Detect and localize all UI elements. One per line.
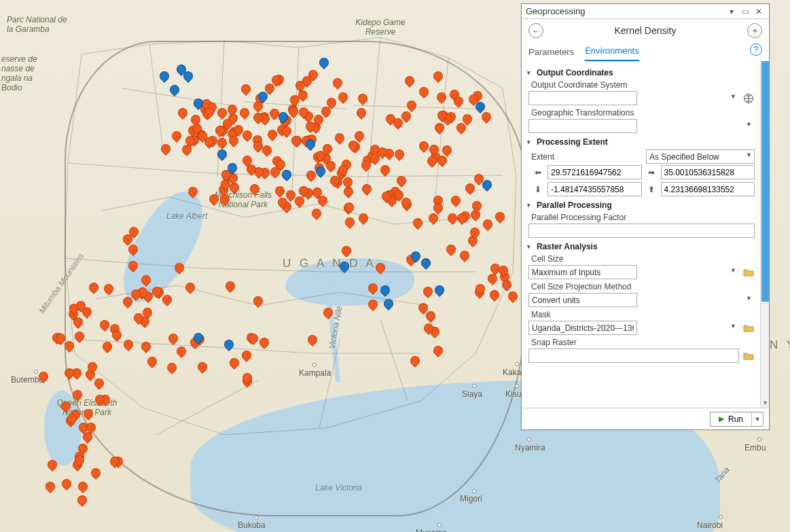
orange-pin[interactable] [340,245,353,258]
blue-pin[interactable] [222,338,236,351]
orange-pin[interactable] [431,344,445,357]
orange-pin[interactable] [71,389,84,402]
orange-pin[interactable] [166,332,180,345]
orange-pin[interactable] [310,207,323,220]
orange-pin[interactable] [248,182,262,196]
output-coordinate-system-select[interactable] [528,91,637,105]
orange-pin[interactable] [493,210,507,224]
orange-pin[interactable] [145,355,159,368]
section-output-coordinates[interactable]: ▾ Output Coordinates [527,68,755,77]
orange-pin[interactable] [357,211,370,225]
orange-pin[interactable] [218,192,232,206]
orange-pin[interactable] [196,360,209,374]
orange-pin[interactable] [216,136,230,149]
orange-pin[interactable] [257,336,271,349]
cell-size-select[interactable] [528,265,637,279]
orange-pin[interactable] [342,200,356,214]
orange-pin[interactable] [223,279,237,293]
blue-pin[interactable] [378,283,392,297]
orange-pin[interactable] [92,376,106,390]
orange-pin[interactable] [321,306,335,319]
orange-pin[interactable] [486,272,499,286]
orange-pin[interactable] [73,330,86,343]
orange-pin[interactable] [506,289,520,303]
blue-pin[interactable] [158,69,171,83]
orange-pin[interactable] [360,182,374,196]
blue-pin[interactable] [338,260,351,273]
projection-method-select[interactable] [528,293,637,307]
back-button[interactable]: ← [528,23,543,38]
orange-pin[interactable] [374,261,387,274]
orange-pin[interactable] [463,181,477,195]
blue-pin[interactable] [215,147,229,161]
blue-pin[interactable] [317,56,331,69]
run-button[interactable]: ▶Run ▼ [710,412,764,427]
float-icon[interactable]: ▭ [739,5,751,18]
scroll-down-icon[interactable]: ▼ [761,398,769,408]
orange-pin[interactable] [238,106,251,120]
dock-options-icon[interactable]: ▾ [725,5,738,18]
orange-pin[interactable] [122,338,135,351]
orange-pin[interactable] [139,340,153,353]
blue-pin[interactable] [168,83,181,96]
extent-top-input[interactable] [661,182,755,196]
orange-pin[interactable] [207,192,221,206]
orange-pin[interactable] [101,340,114,353]
orange-pin[interactable] [176,107,190,120]
orange-pin[interactable] [239,82,253,96]
add-favorite-button[interactable]: ＋ [747,23,762,38]
orange-pin[interactable] [252,294,266,308]
folder-icon[interactable] [742,321,755,334]
orange-pin[interactable] [306,333,319,347]
orange-pin[interactable] [75,493,89,507]
orange-pin[interactable] [433,122,447,135]
orange-pin[interactable] [422,285,435,298]
close-icon[interactable]: ✕ [753,5,765,18]
orange-pin[interactable] [60,477,74,491]
extent-right-input[interactable] [661,165,755,179]
mask-select[interactable] [528,321,637,335]
orange-pin[interactable] [417,86,431,99]
help-icon[interactable]: ? [750,43,762,56]
orange-pin[interactable] [82,407,95,421]
section-processing-extent[interactable]: ▾ Processing Extent [527,137,755,147]
orange-pin[interactable] [126,260,140,273]
extent-mode-select[interactable] [646,149,755,164]
orange-pin[interactable] [481,217,495,231]
orange-pin[interactable] [173,261,186,274]
orange-pin[interactable] [102,282,115,296]
orange-pin[interactable] [228,356,241,370]
parallel-factor-input[interactable] [528,224,755,238]
orange-pin[interactable] [165,361,179,375]
orange-pin[interactable] [378,163,392,177]
orange-pin[interactable] [366,281,380,295]
tab-environments[interactable]: Environments [585,46,639,61]
scrollbar[interactable]: ▼ [760,61,769,408]
orange-pin[interactable] [175,344,189,358]
folder-icon[interactable] [742,349,755,362]
folder-icon[interactable] [742,266,755,279]
orange-pin[interactable] [395,174,408,188]
orange-pin[interactable] [393,147,406,161]
globe-icon[interactable] [742,92,755,105]
orange-pin[interactable] [159,142,173,156]
orange-pin[interactable] [444,243,458,256]
extent-left-input[interactable] [547,165,642,179]
orange-pin[interactable] [139,273,153,287]
section-raster-analysis[interactable]: ▾ Raster Analysis [527,242,755,251]
run-options-dropdown[interactable]: ▼ [752,412,763,426]
blue-pin[interactable] [419,256,433,270]
orange-pin[interactable] [37,370,50,383]
orange-pin[interactable] [273,184,287,198]
tab-parameters[interactable]: Parameters [528,47,574,61]
orange-pin[interactable] [458,249,471,262]
orange-pin[interactable] [366,298,380,311]
orange-pin[interactable] [76,480,90,493]
blue-pin[interactable] [280,168,293,181]
pane-title-bar[interactable]: Geoprocessing ▾ ▭ ✕ [522,4,769,19]
orange-pin[interactable] [331,76,344,90]
orange-pin[interactable] [449,194,463,207]
orange-pin[interactable] [411,216,425,230]
scrollbar-thumb[interactable] [761,61,769,302]
orange-pin[interactable] [240,349,253,362]
